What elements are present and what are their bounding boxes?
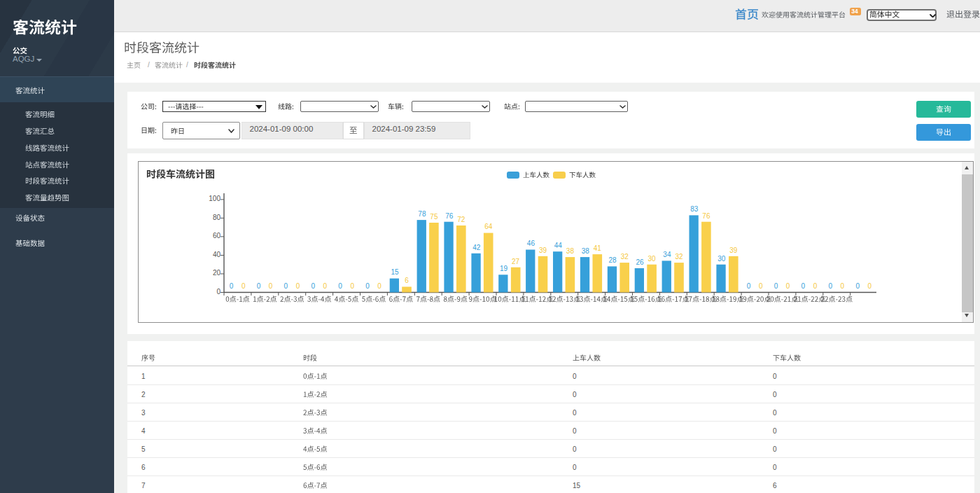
svg-text:83: 83: [690, 205, 699, 213]
svg-text:28: 28: [609, 256, 617, 264]
svg-text:0: 0: [365, 282, 370, 290]
svg-text:0: 0: [269, 282, 273, 290]
svg-text:100: 100: [209, 195, 220, 202]
svg-text:32: 32: [621, 253, 629, 261]
svg-text:0: 0: [868, 282, 872, 290]
svg-text:0: 0: [786, 282, 790, 290]
svg-text:41: 41: [594, 244, 602, 252]
svg-text:19: 19: [500, 265, 508, 272]
svg-text:0: 0: [323, 282, 328, 290]
svg-text:38: 38: [582, 247, 590, 255]
svg-text:0: 0: [377, 282, 382, 290]
svg-text:0: 0: [311, 282, 315, 290]
svg-text:0: 0: [296, 282, 300, 290]
svg-text:0: 0: [284, 282, 288, 290]
svg-text:0: 0: [829, 282, 833, 290]
svg-text:30: 30: [718, 255, 726, 263]
svg-text:34: 34: [663, 251, 671, 258]
svg-text:42: 42: [472, 244, 481, 251]
svg-text:76: 76: [445, 212, 454, 220]
svg-text:39: 39: [539, 246, 547, 254]
svg-text:40: 40: [213, 251, 221, 258]
svg-text:27: 27: [512, 258, 520, 265]
svg-text:0: 0: [257, 282, 261, 290]
svg-text:76: 76: [702, 212, 710, 220]
svg-text:0: 0: [841, 282, 845, 290]
svg-text:32: 32: [675, 253, 683, 261]
svg-text:30: 30: [648, 255, 657, 263]
svg-text:39: 39: [729, 246, 738, 254]
svg-text:0: 0: [216, 288, 220, 296]
svg-text:0: 0: [350, 282, 354, 290]
svg-text:80: 80: [213, 214, 221, 221]
svg-text:75: 75: [430, 213, 438, 221]
svg-text:46: 46: [527, 239, 536, 247]
svg-text:6: 6: [405, 277, 409, 284]
svg-text:60: 60: [213, 232, 221, 239]
svg-text:44: 44: [554, 242, 563, 249]
svg-text:0: 0: [759, 282, 763, 290]
svg-text:0: 0: [802, 282, 806, 290]
svg-text:0: 0: [747, 282, 751, 290]
svg-text:0: 0: [230, 282, 234, 290]
svg-text:20: 20: [213, 269, 221, 277]
svg-text:0: 0: [241, 282, 246, 290]
svg-text:0: 0: [338, 282, 342, 290]
svg-text:64: 64: [484, 223, 493, 230]
svg-text:78: 78: [418, 210, 426, 218]
svg-text:26: 26: [636, 258, 644, 266]
svg-text:72: 72: [457, 216, 465, 223]
svg-text:38: 38: [566, 247, 575, 255]
svg-text:0: 0: [855, 282, 860, 290]
svg-text:0: 0: [774, 282, 778, 290]
svg-text:0: 0: [813, 282, 818, 290]
svg-text:15: 15: [391, 268, 399, 276]
